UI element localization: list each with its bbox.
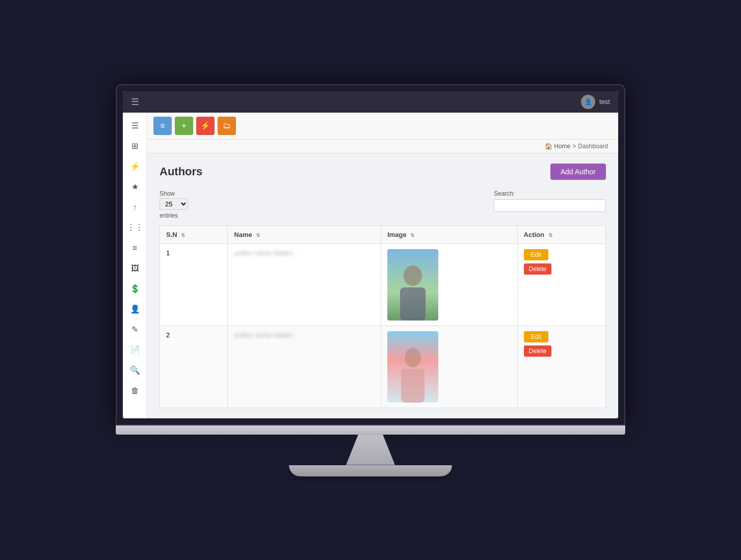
- sidebar-icon-menu[interactable]: ≡: [126, 239, 144, 257]
- sidebar-icon-file[interactable]: 📄: [126, 341, 144, 359]
- action-buttons-2: Edit Delete: [524, 331, 599, 357]
- svg-rect-1: [400, 287, 426, 321]
- cell-sn-2: 2: [160, 326, 228, 408]
- monitor-neck: [340, 435, 401, 465]
- edit-button-2[interactable]: Edit: [524, 331, 549, 342]
- hamburger-icon[interactable]: ☰: [131, 96, 139, 108]
- entries-label: entries: [160, 212, 188, 219]
- user-area: 👤 test: [581, 95, 610, 109]
- add-author-button[interactable]: Add Author: [550, 164, 606, 180]
- page-body: Authors Add Author Show 25 10: [147, 153, 618, 418]
- cell-image-1: [381, 244, 517, 326]
- sidebar-icon-edit[interactable]: ✎: [126, 321, 144, 339]
- monitor: ☰ 👤 test ☰ ⊞ ⚡ ★ ↑ ⋮⋮ ≡ 🖼 💲: [116, 84, 625, 476]
- search-area: Search:: [494, 190, 606, 212]
- layout: ☰ ⊞ ⚡ ★ ↑ ⋮⋮ ≡ 🖼 💲 👤 ✎ 📄 🔍 🗑: [123, 113, 618, 418]
- author-name-2: author name hidden: [234, 331, 293, 339]
- monitor-base: [289, 465, 452, 476]
- table-row: 2 author name hidden: [160, 326, 606, 408]
- person-silhouette-1: [395, 264, 431, 321]
- col-action: Action ⇅: [517, 225, 605, 244]
- page-header: Authors Add Author: [160, 164, 606, 180]
- sidebar-icon-image[interactable]: 🖼: [126, 259, 144, 278]
- person-silhouette-2: [395, 346, 431, 403]
- breadcrumb-home[interactable]: Home: [554, 143, 570, 150]
- quick-flash-button[interactable]: ⚡: [196, 117, 215, 135]
- col-image: Image ⇅: [381, 225, 517, 244]
- svg-point-0: [404, 265, 422, 286]
- action-buttons-1: Edit Delete: [524, 249, 599, 275]
- cell-image-2: [381, 326, 517, 408]
- sidebar: ☰ ⊞ ⚡ ★ ↑ ⋮⋮ ≡ 🖼 💲 👤 ✎ 📄 🔍 🗑: [123, 113, 147, 418]
- delete-button-2[interactable]: Delete: [524, 345, 552, 357]
- search-label: Search:: [494, 190, 606, 197]
- author-image-1: [387, 249, 438, 321]
- home-icon: 🏠: [545, 143, 552, 150]
- table-controls: Show 25 10 50 100 entries: [160, 190, 606, 219]
- show-entries: Show 25 10 50 100 entries: [160, 190, 188, 219]
- screen-inner: ☰ 👤 test ☰ ⊞ ⚡ ★ ↑ ⋮⋮ ≡ 🖼 💲: [123, 91, 618, 418]
- sidebar-icon-star[interactable]: ★: [126, 178, 144, 196]
- quick-bar: ≡ + ⚡ 🗂: [147, 113, 618, 140]
- cell-action-1: Edit Delete: [517, 244, 605, 326]
- cell-sn-1: 1: [160, 244, 228, 326]
- cell-name-2: author name hidden: [228, 326, 381, 408]
- breadcrumb-current: Dashboard: [578, 143, 608, 150]
- sidebar-icon-dollar[interactable]: 💲: [126, 280, 144, 298]
- breadcrumb-separator: >: [572, 143, 576, 150]
- svg-point-2: [405, 348, 421, 367]
- col-sn: S.N ⇅: [160, 225, 228, 244]
- page-title: Authors: [160, 165, 202, 178]
- delete-button-1[interactable]: Delete: [524, 263, 552, 275]
- sidebar-icon-upload[interactable]: ↑: [126, 198, 144, 217]
- quick-archive-button[interactable]: 🗂: [218, 117, 236, 135]
- avatar: 👤: [581, 95, 595, 109]
- sort-action-icon[interactable]: ⇅: [548, 232, 552, 238]
- monitor-chin: [116, 425, 625, 435]
- monitor-screen: ☰ 👤 test ☰ ⊞ ⚡ ★ ↑ ⋮⋮ ≡ 🖼 💲: [116, 84, 625, 425]
- authors-table: S.N ⇅ Name ⇅ Image ⇅ Action ⇅ 1: [160, 225, 606, 408]
- breadcrumb: 🏠 Home > Dashboard: [147, 140, 618, 153]
- sort-sn-icon[interactable]: ⇅: [181, 232, 185, 238]
- username: test: [599, 98, 610, 105]
- quick-add-button[interactable]: +: [175, 117, 193, 135]
- author-image-2: [387, 331, 438, 403]
- show-label: Show: [160, 190, 188, 197]
- edit-button-1[interactable]: Edit: [524, 249, 549, 260]
- author-name-1: author name hidden: [234, 249, 293, 257]
- sidebar-icon-flash[interactable]: ⚡: [126, 157, 144, 176]
- sidebar-icon-apps[interactable]: ⋮⋮: [126, 219, 144, 237]
- show-select[interactable]: 25 10 50 100: [160, 198, 188, 210]
- sort-image-icon[interactable]: ⇅: [410, 232, 414, 238]
- show-select-wrapper: 25 10 50 100: [160, 198, 188, 210]
- sidebar-icon-user[interactable]: 👤: [126, 300, 144, 318]
- cell-action-2: Edit Delete: [517, 326, 605, 408]
- sidebar-icon-grid[interactable]: ⊞: [126, 137, 144, 155]
- sidebar-icon-trash[interactable]: 🗑: [126, 382, 144, 400]
- top-bar: ☰ 👤 test: [123, 91, 618, 113]
- quick-list-button[interactable]: ≡: [153, 117, 172, 135]
- main-content: ≡ + ⚡ 🗂 🏠 Home > Dashboard: [147, 113, 618, 418]
- table-row: 1 author name hidden: [160, 244, 606, 326]
- sidebar-icon-search[interactable]: 🔍: [126, 361, 144, 380]
- table-header-row: S.N ⇅ Name ⇅ Image ⇅ Action ⇅: [160, 225, 606, 244]
- sort-name-icon[interactable]: ⇅: [256, 232, 260, 238]
- col-name: Name ⇅: [228, 225, 381, 244]
- cell-name-1: author name hidden: [228, 244, 381, 326]
- svg-rect-3: [401, 369, 425, 403]
- sidebar-icon-list[interactable]: ☰: [126, 117, 144, 135]
- search-input[interactable]: [494, 199, 606, 212]
